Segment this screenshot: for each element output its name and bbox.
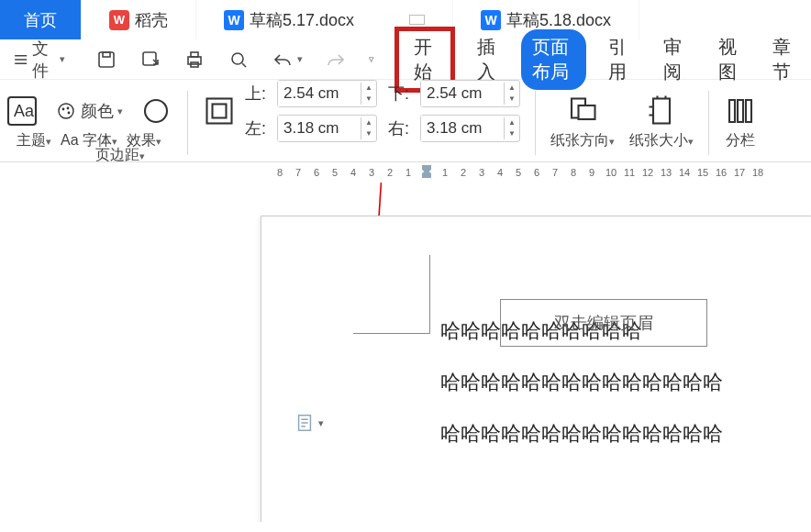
tab-view[interactable]: 视图 — [707, 29, 751, 90]
svg-point-10 — [59, 104, 73, 118]
spin-up-icon[interactable]: ▲ — [505, 117, 519, 128]
svg-rect-16 — [213, 105, 227, 118]
margin-icon — [203, 94, 236, 127]
theme-icon: Aa — [6, 94, 39, 127]
outline-toggle[interactable]: ▾ — [294, 413, 324, 433]
color-button[interactable]: 颜色▾ — [48, 96, 130, 126]
spin-down-icon[interactable]: ▼ — [361, 128, 376, 139]
spin-down-icon[interactable]: ▼ — [505, 128, 519, 139]
effect-icon — [139, 94, 172, 127]
tab-page-layout[interactable]: 页面布局 — [521, 29, 586, 90]
word-icon: W — [224, 10, 244, 30]
tab-review[interactable]: 审阅 — [652, 29, 696, 90]
spin-down-icon[interactable]: ▼ — [361, 94, 376, 105]
save-icon — [95, 49, 117, 71]
group-margins: 上: ▲▼ 下: ▲▼ 左: ▲▼ 右: ▲▼ 页边距▾ — [197, 83, 526, 161]
orientation-icon — [566, 94, 599, 127]
svg-rect-5 — [191, 52, 198, 57]
saveas-icon — [139, 49, 161, 71]
saveas-button[interactable] — [132, 45, 169, 74]
tab-daoke[interactable]: W 稻壳 — [82, 0, 196, 39]
save-button[interactable] — [88, 45, 125, 74]
margin-bottom-input[interactable]: ▲▼ — [420, 80, 520, 107]
margin-left-input[interactable]: ▲▼ — [277, 115, 377, 142]
ruler-tick: 8 — [569, 167, 578, 178]
ruler-tick: 6 — [312, 167, 321, 178]
svg-point-11 — [62, 108, 65, 111]
tab-home-label: 首页 — [24, 9, 57, 31]
tab-reference[interactable]: 引用 — [597, 29, 641, 90]
label-left: 左: — [245, 117, 266, 139]
undo-button[interactable]: ▾ — [264, 45, 310, 74]
chevron-down-icon: ▾ — [318, 417, 324, 429]
more-button[interactable]: ▿ — [361, 50, 382, 69]
hamburger-icon — [13, 49, 28, 71]
ruler-tick: 1 — [440, 167, 450, 178]
expand-icon — [409, 15, 425, 25]
menu-button[interactable]: 文件 ▾ — [6, 34, 72, 85]
spin-up-icon[interactable]: ▲ — [505, 83, 519, 94]
orientation-button[interactable]: 纸张方向▾ — [550, 131, 615, 150]
svg-point-7 — [232, 53, 243, 64]
theme-button[interactable]: 主题▾ — [17, 131, 51, 150]
redo-button[interactable] — [317, 45, 354, 74]
svg-text:Aa: Aa — [14, 102, 35, 120]
svg-rect-19 — [653, 99, 670, 124]
ruler-tick: 8 — [275, 167, 284, 178]
ruler-tick: 4 — [349, 167, 358, 178]
header-edit-hint[interactable]: 双击编辑页眉 — [500, 299, 707, 347]
preview-button[interactable] — [220, 45, 257, 74]
chevron-down-icon: ▾ — [297, 53, 303, 65]
ruler-tick: 10 — [605, 167, 615, 178]
document-page[interactable]: 双击编辑页眉 ▾ 哈哈哈哈哈哈哈哈哈哈 哈哈哈哈哈哈哈哈哈哈哈哈哈哈 哈哈哈哈哈… — [261, 216, 811, 522]
page-size-icon — [645, 94, 678, 127]
paragraph[interactable]: 哈哈哈哈哈哈哈哈哈哈哈哈哈哈 — [440, 369, 811, 396]
tab-doc1-label: 草稿5.17.docx — [250, 9, 354, 31]
ruler-tick: 5 — [514, 167, 523, 178]
preview-icon — [228, 49, 250, 71]
redo-icon — [325, 49, 347, 71]
svg-rect-2 — [103, 52, 110, 57]
ruler-tick: 9 — [587, 167, 596, 178]
spin-up-icon[interactable]: ▲ — [361, 117, 376, 128]
paragraph[interactable]: 哈哈哈哈哈哈哈哈哈哈哈哈哈哈 — [440, 420, 811, 448]
spin-down-icon[interactable]: ▼ — [505, 94, 519, 105]
divider — [708, 91, 709, 155]
print-icon — [183, 49, 206, 71]
palette-icon — [55, 100, 77, 122]
header-guide — [353, 255, 430, 334]
svg-rect-15 — [207, 99, 232, 124]
ruler-tick: 7 — [550, 167, 560, 178]
indent-marker-icon[interactable] — [422, 165, 431, 180]
ruler-tick: 2 — [385, 167, 394, 178]
ruler-tick: 14 — [679, 167, 688, 178]
horizontal-ruler[interactable]: 87654321123456789101112131415161718 — [0, 162, 811, 183]
svg-rect-0 — [410, 16, 425, 25]
chevron-down-icon: ▿ — [369, 53, 374, 65]
label-right: 右: — [388, 117, 409, 139]
ruler-tick: 7 — [294, 167, 303, 178]
ruler-tick: 11 — [624, 167, 633, 178]
print-button[interactable] — [176, 45, 213, 74]
ruler-tick: 13 — [661, 167, 670, 178]
document-canvas: 双击编辑页眉 ▾ 哈哈哈哈哈哈哈哈哈哈 哈哈哈哈哈哈哈哈哈哈哈哈哈哈 哈哈哈哈哈… — [0, 183, 811, 522]
group-orientation: 纸张方向▾ — [545, 83, 620, 161]
spin-up-icon[interactable]: ▲ — [361, 83, 376, 94]
margin-right-input[interactable]: ▲▼ — [420, 115, 520, 142]
group-columns: 分栏 — [718, 83, 762, 161]
margin-button[interactable]: 页边距▾ — [95, 146, 145, 165]
columns-button[interactable]: 分栏 — [726, 131, 755, 150]
divider — [187, 91, 188, 155]
ruler-tick: 3 — [367, 167, 376, 178]
svg-point-13 — [68, 112, 71, 115]
ruler-tick: 12 — [642, 167, 651, 178]
ruler-tick: 1 — [404, 167, 413, 178]
tab-chapter[interactable]: 章节 — [761, 29, 805, 90]
columns-icon — [724, 94, 757, 127]
size-button[interactable]: 纸张大小▾ — [629, 131, 694, 150]
margin-top-input[interactable]: ▲▼ — [277, 80, 377, 107]
ruler-tick: 18 — [752, 167, 761, 178]
svg-rect-18 — [578, 105, 594, 119]
svg-rect-1 — [99, 52, 114, 67]
svg-point-14 — [145, 100, 167, 122]
